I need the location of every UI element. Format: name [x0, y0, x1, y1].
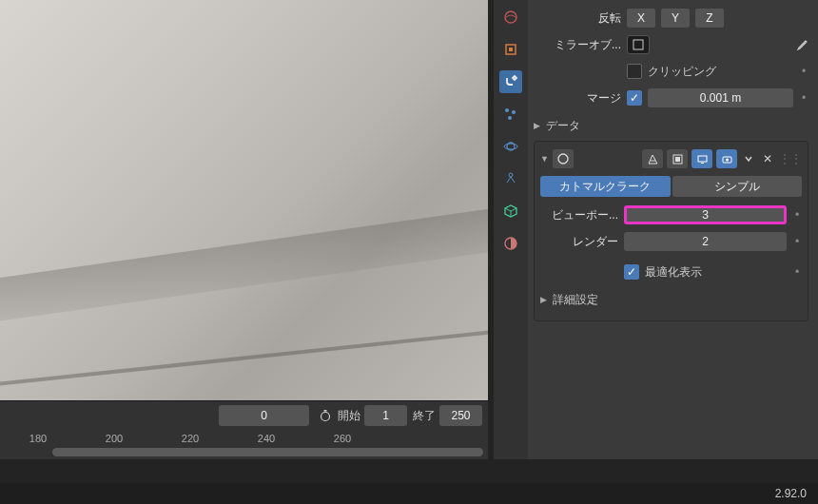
viewport-3d[interactable] [0, 0, 488, 400]
invert-label: 反転 [534, 10, 621, 27]
triangle-right-icon: ▶ [534, 121, 540, 130]
timeline-panel: 0 開始 1 終了 250 180 200 220 240 260 [0, 400, 488, 459]
material-tab-icon[interactable] [499, 232, 522, 255]
render-level-label: レンダー [540, 234, 618, 250]
current-frame-field[interactable]: 0 [219, 405, 309, 426]
optimal-display-label: 最適化表示 [645, 264, 702, 281]
mirror-object-label: ミラーオブ... [534, 37, 621, 53]
advanced-disclosure[interactable]: ▶ 詳細設定 [540, 288, 802, 311]
catmull-clark-tab[interactable]: カトマルクラーク [540, 176, 671, 197]
svg-rect-1 [324, 410, 327, 412]
keyframe-dot[interactable]: • [792, 235, 802, 248]
ruler-tick: 260 [304, 433, 380, 444]
keyframe-dot[interactable]: • [792, 208, 802, 222]
end-frame-value[interactable]: 250 [439, 405, 482, 426]
cage-toggle[interactable] [667, 149, 688, 168]
modifier-tab-icon[interactable] [499, 70, 522, 93]
svg-rect-19 [698, 156, 707, 162]
svg-rect-18 [675, 157, 680, 162]
render-toggle[interactable] [716, 149, 737, 168]
keyframe-dot[interactable]: • [792, 265, 802, 279]
data-disclosure[interactable]: ▶ データ [534, 114, 808, 137]
svg-point-0 [321, 413, 330, 421]
status-bar: 2.92.0 [0, 483, 818, 504]
dropdown-icon[interactable] [741, 149, 756, 168]
particles-tab-icon[interactable] [499, 103, 522, 126]
subsurf-modifier-panel: ▼ ✕ ⋮⋮ カトマルクラーク シンプル ビューポー... 3 • レンダー 2… [534, 141, 808, 321]
data-tab-icon[interactable] [499, 200, 522, 223]
end-frame-control[interactable]: 終了 250 [413, 405, 482, 426]
physics-tab-icon[interactable] [499, 135, 522, 158]
svg-rect-15 [633, 40, 643, 49]
svg-rect-5 [509, 48, 513, 51]
svg-point-22 [726, 158, 729, 161]
triangle-down-icon: ▼ [540, 154, 549, 164]
drag-handle-icon[interactable]: ⋮⋮ [779, 152, 802, 165]
axis-x-button[interactable]: X [627, 9, 655, 28]
properties-panel: 反転 X Y Z • ミラーオブ... クリッピング • マージ ✓ 0.001… [528, 0, 818, 459]
svg-point-7 [512, 110, 516, 114]
data-section-label: データ [546, 118, 580, 134]
svg-point-6 [505, 108, 509, 112]
constraint-tab-icon[interactable] [499, 167, 522, 190]
viewport-level-label: ビューポー... [540, 207, 618, 223]
ruler-tick: 200 [76, 433, 152, 444]
stopwatch-icon [319, 409, 332, 422]
start-frame-value[interactable]: 1 [364, 405, 407, 426]
keyframe-dot[interactable]: • [799, 91, 808, 105]
triangle-right-icon: ▶ [540, 295, 547, 304]
optimal-display-checkbox[interactable]: ✓ [624, 264, 639, 280]
svg-rect-20 [701, 163, 704, 164]
viewport-level-field[interactable]: 3 [624, 205, 787, 224]
eyedropper-icon[interactable] [795, 38, 808, 51]
clipping-label: クリッピング [648, 64, 716, 80]
render-level-field[interactable]: 2 [624, 232, 787, 251]
timeline-ruler[interactable]: 180 200 220 240 260 [0, 430, 488, 458]
merge-label: マージ [534, 90, 621, 107]
ruler-tick: 220 [152, 433, 228, 444]
start-frame-control[interactable]: 開始 1 [338, 405, 407, 426]
ruler-tick: 240 [228, 433, 304, 444]
start-label: 開始 [338, 408, 360, 424]
simple-tab[interactable]: シンプル [672, 176, 803, 197]
advanced-label: 詳細設定 [553, 292, 598, 308]
svg-point-11 [509, 173, 513, 177]
clipping-checkbox[interactable] [627, 64, 642, 79]
close-icon[interactable]: ✕ [760, 152, 775, 165]
output-tab-icon[interactable] [499, 38, 522, 61]
edit-mode-toggle[interactable] [642, 149, 663, 168]
scene-tab-icon[interactable] [499, 6, 522, 29]
merge-checkbox[interactable]: ✓ [627, 90, 642, 106]
merge-value-field[interactable]: 0.001 m [648, 88, 793, 107]
ruler-tick: 180 [0, 433, 76, 444]
svg-line-13 [511, 177, 515, 183]
realtime-toggle[interactable] [691, 149, 712, 168]
svg-point-8 [508, 116, 512, 120]
axis-y-button[interactable]: Y [661, 9, 690, 28]
timeline-scrollbar[interactable] [52, 448, 483, 456]
end-label: 終了 [413, 408, 436, 424]
keyframe-dot[interactable]: • [799, 65, 808, 78]
subsurf-icon[interactable] [553, 149, 574, 168]
svg-point-10 [504, 144, 517, 149]
mirror-object-field[interactable] [627, 35, 650, 54]
properties-tabs [494, 0, 528, 459]
svg-line-12 [507, 177, 511, 183]
axis-z-button[interactable]: Z [695, 9, 724, 28]
svg-point-16 [558, 154, 568, 164]
version-label: 2.92.0 [775, 487, 807, 500]
